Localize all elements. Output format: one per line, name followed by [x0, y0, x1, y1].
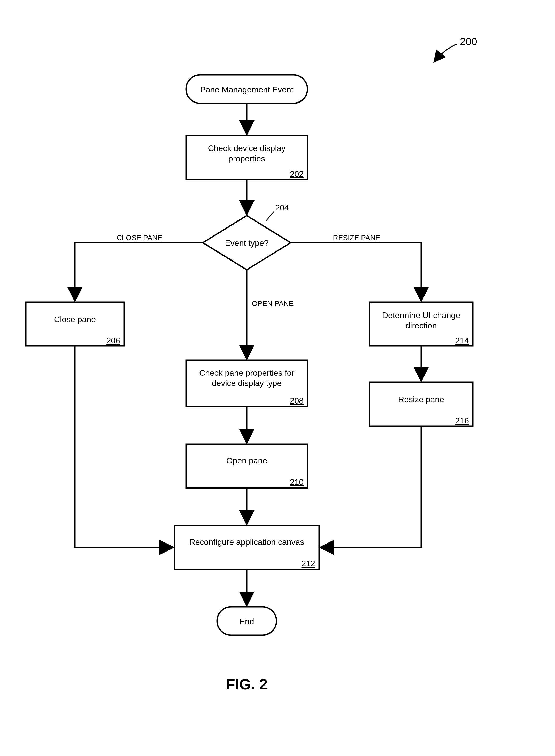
edge-216-to-212 [321, 426, 421, 548]
annotation-leader [434, 44, 457, 62]
figure-annotation: 200 [460, 36, 477, 47]
node-210-text: Open pane [226, 456, 267, 465]
node-decision-text: Event type? [225, 238, 269, 248]
edge-206-to-212 [75, 346, 173, 548]
edge-label-resize: RESIZE PANE [333, 234, 380, 242]
edge-close-pane: CLOSE PANE [75, 234, 203, 301]
node-202: Check device display properties 202 [186, 136, 307, 180]
node-decision-ref: 204 [275, 203, 289, 212]
node-210: Open pane 210 [186, 444, 307, 488]
node-208: Check pane properties for device display… [186, 360, 307, 407]
flowchart-figure: 200 Pane Management Event Check device d… [0, 0, 555, 756]
node-208-text1: Check pane properties for [199, 368, 295, 377]
edge-open-pane: OPEN PANE [247, 270, 294, 359]
node-214-text1: Determine UI change [382, 311, 460, 320]
node-214-text2: direction [405, 321, 437, 330]
node-216: Resize pane 216 [370, 382, 473, 426]
node-202-ref: 202 [290, 170, 304, 179]
node-212-text: Reconfigure application canvas [189, 537, 304, 547]
node-214: Determine UI change direction 214 [370, 302, 473, 346]
svg-rect-8 [186, 444, 307, 488]
node-214-ref: 214 [455, 336, 469, 345]
edge-resize-pane: RESIZE PANE [291, 234, 421, 301]
node-start: Pane Management Event [186, 75, 307, 103]
node-206: Close pane 206 [26, 302, 124, 346]
node-212: Reconfigure application canvas 212 [174, 525, 319, 569]
node-206-ref: 206 [106, 336, 120, 345]
node-208-ref: 208 [290, 396, 304, 406]
node-216-ref: 216 [455, 416, 469, 425]
figure-label: FIG. 2 [226, 676, 267, 693]
node-start-label: Pane Management Event [200, 85, 293, 94]
node-212-ref: 212 [302, 559, 315, 568]
decision-ref-leader [266, 212, 274, 221]
node-216-text: Resize pane [398, 395, 444, 404]
node-end-label: End [240, 617, 254, 626]
node-end: End [217, 607, 276, 635]
node-202-text2: properties [228, 154, 265, 163]
node-210-ref: 210 [290, 477, 304, 487]
edge-label-close: CLOSE PANE [117, 234, 163, 242]
svg-rect-9 [174, 525, 319, 569]
edge-label-open: OPEN PANE [252, 299, 294, 308]
node-206-text: Close pane [54, 315, 96, 324]
node-208-text2: device display type [212, 379, 282, 388]
node-decision: Event type? [203, 216, 291, 270]
node-202-text1: Check device display [208, 144, 286, 153]
